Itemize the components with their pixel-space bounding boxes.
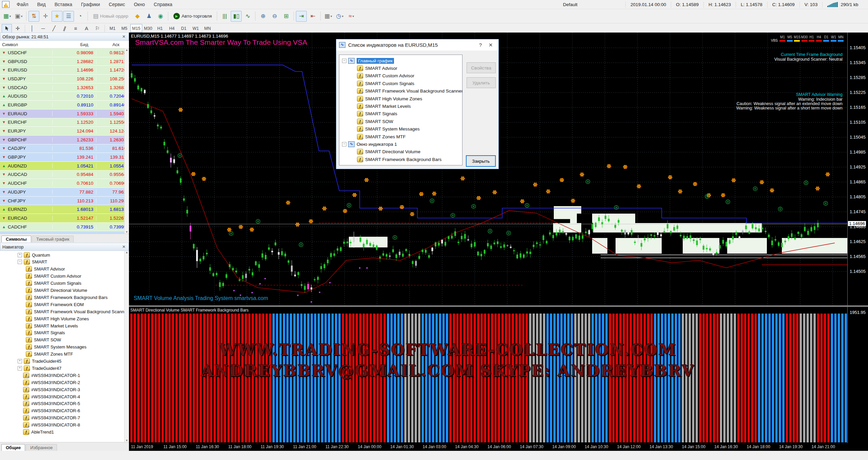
- market-watch-row-eurjpy[interactable]: ▼EURJPY124.094124.124: [0, 127, 129, 136]
- collapse-icon[interactable]: −: [18, 260, 22, 264]
- terminal-toggle-button[interactable]: ☰: [63, 11, 74, 22]
- navigator-item[interactable]: ƒSMART Market Levels: [26, 322, 124, 329]
- chart-candles-button[interactable]: ▮▯: [231, 11, 242, 22]
- horizontal-line-tool-button[interactable]: ─: [38, 24, 48, 33]
- expand-icon[interactable]: +: [18, 366, 22, 371]
- market-watch-row-gbpchf[interactable]: ▼GBPCHF1.262331.26303: [0, 136, 129, 144]
- market-watch-row-chfjpy[interactable]: ▼CHFJPY110.213110.293: [0, 197, 129, 205]
- dialog-indicator-row[interactable]: ƒSMART Framework Visual Background Scann…: [357, 87, 463, 95]
- menu-charts[interactable]: Графики: [77, 1, 105, 8]
- close-button[interactable]: Закрыть: [466, 155, 496, 167]
- market-watch-row-cadjpy[interactable]: ▼CADJPY81.53681.616: [0, 144, 129, 153]
- status-profile[interactable]: Default: [558, 2, 625, 8]
- market-watch-row-usdjpy[interactable]: ▼USDJPY108.226108.256: [0, 75, 129, 83]
- scroll-up-icon[interactable]: ▲: [126, 48, 128, 52]
- navigator-item[interactable]: ƒSMART Zones MTF: [26, 351, 124, 358]
- tab-common[interactable]: Общие: [1, 444, 25, 451]
- navigator-item[interactable]: ƒ#WSS943!INDICATOR-3: [18, 386, 124, 393]
- market-watch-row-eurchf[interactable]: ▼EURCHF1.125201.12550: [0, 118, 129, 127]
- dialog-indicator-row[interactable]: ƒSMART Market Levels: [357, 102, 411, 110]
- dialog-indicator-row[interactable]: ƒSMART Custom Signals: [357, 80, 414, 87]
- navigator-item[interactable]: ƒSMART System Messages: [26, 344, 124, 351]
- menu-insert[interactable]: Вставка: [50, 1, 77, 8]
- dialog-close-icon[interactable]: ✕: [486, 42, 496, 48]
- time-axis[interactable]: 11 Jan 201911 Jan 15:0011 Jan 16:3011 Ja…: [129, 443, 868, 451]
- timeframe-m5-button[interactable]: M5: [118, 24, 130, 33]
- periods-button[interactable]: ◷▾: [334, 11, 345, 22]
- market-watch-row-nzdjpy[interactable]: ▼NZDJPY73.81673.896: [0, 231, 129, 234]
- market-watch-toggle-button[interactable]: ⇅: [29, 11, 39, 22]
- market-watch-scrollbar[interactable]: ▲▼: [124, 48, 129, 234]
- menu-file[interactable]: Файл: [12, 1, 33, 8]
- chart-shift-button[interactable]: ⇤: [307, 11, 318, 22]
- trendline-tool-button[interactable]: ╱: [49, 24, 59, 33]
- zoom-in-button[interactable]: ⊕: [258, 11, 268, 22]
- navigator-item[interactable]: ƒSMART Directional Volume: [26, 287, 124, 294]
- navigator-item[interactable]: ƒSMART Custom Signals: [26, 280, 124, 287]
- dialog-indicator-row[interactable]: ƒSMART Advisor: [357, 64, 397, 72]
- navigator-item[interactable]: ƒ#WSS943!INDICATOR-8: [18, 422, 124, 428]
- dialog-indicator-row[interactable]: ƒSMART Framework Background Bars: [357, 156, 441, 163]
- market-watch-row-audcad[interactable]: ▼AUDCAD0.954840.95564: [0, 171, 129, 179]
- navigator-item[interactable]: ƒ#WSS943!INDICATOR-2: [18, 379, 124, 386]
- navigator-item[interactable]: +ƒTradeGuider47: [18, 365, 124, 372]
- market-watch-row-eurcad[interactable]: ▼EURCAD1.521471.52267: [0, 214, 129, 223]
- market-watch-row-euraud[interactable]: ▼EURAUD1.593331.59403: [0, 109, 129, 118]
- dialog-indicator-row[interactable]: ƒSMART Directional Volume: [357, 148, 420, 156]
- market-watch-row-eurusd[interactable]: ▼EURUSD1.146961.14726: [0, 66, 129, 75]
- timeframe-m1-button[interactable]: M1: [107, 24, 118, 33]
- scroll-down-icon[interactable]: ▼: [126, 439, 128, 442]
- column-header-ask[interactable]: Аск: [91, 42, 121, 47]
- navigator-item[interactable]: −ƒSMART: [18, 259, 124, 265]
- indicator-window[interactable]: SMART Directional Volume SMART Framework…: [129, 307, 847, 443]
- strategy-tester-button[interactable]: ◔: [75, 11, 86, 22]
- tab-symbols[interactable]: Символы: [1, 236, 31, 242]
- metaeditor-button[interactable]: ◆: [132, 11, 143, 22]
- navigator-item[interactable]: ƒ#WSS943!INDICATOR-4: [18, 393, 124, 400]
- navigator-scrollbar[interactable]: ▲▼: [124, 251, 129, 442]
- arrows-tool-button[interactable]: ⚐: [92, 24, 102, 33]
- cursor-tool-button[interactable]: [2, 24, 12, 33]
- navigator-item[interactable]: ƒ#WSS943!INDICATOR-6: [18, 407, 124, 414]
- navigator-item[interactable]: ƒSMART SOW: [26, 337, 124, 343]
- equidistant-channel-tool-button[interactable]: ∥: [60, 24, 70, 33]
- timeframe-d1-button[interactable]: D1: [178, 24, 190, 33]
- timeframe-w1-button[interactable]: W1: [190, 24, 202, 33]
- tile-windows-button[interactable]: ⊞: [281, 11, 291, 22]
- vertical-line-tool-button[interactable]: │: [27, 24, 37, 33]
- indicators-button[interactable]: ≈▾: [346, 11, 357, 22]
- market-watch-row-audusd[interactable]: ▲AUDUSD0.720100.72040: [0, 92, 129, 101]
- delete-button[interactable]: Удалить: [467, 77, 496, 88]
- new-chart-button[interactable]: ▦▾: [2, 11, 13, 22]
- dialog-indicator-row[interactable]: ƒSMART Signals: [357, 110, 397, 118]
- auto-scroll-button[interactable]: ⇥: [296, 11, 307, 22]
- navigator-item[interactable]: +ƒTradeGuider45: [18, 358, 124, 365]
- text-tool-button[interactable]: A: [81, 24, 92, 33]
- market-watch-row-audnzd[interactable]: ▲AUDNZD1.054211.05541: [0, 162, 129, 171]
- navigator-item[interactable]: +ƒQuantum: [18, 252, 124, 258]
- column-header-bid[interactable]: Бид: [50, 42, 91, 47]
- navigator-item[interactable]: ƒSMART Framework Visual Background Scann…: [26, 308, 124, 315]
- fibonacci-tool-button[interactable]: ≡: [71, 24, 81, 33]
- dialog-group-row[interactable]: −∿Окно индикатора 1: [342, 140, 397, 148]
- navigator-item[interactable]: ƒ#WSS943!INDICATOR-5: [18, 400, 124, 407]
- crosshair-tool-button[interactable]: ✛: [13, 24, 23, 33]
- templates-button[interactable]: ▦▾: [323, 11, 334, 22]
- signals-button[interactable]: ◉: [155, 11, 166, 22]
- profiles-button[interactable]: ▣▾: [13, 11, 24, 22]
- navigator-item[interactable]: ƒAbleTrend1: [18, 429, 124, 436]
- market-watch-row-eurnzd[interactable]: ▲EURNZD1.680131.68133: [0, 205, 129, 214]
- dialog-help-button[interactable]: ?: [475, 42, 486, 48]
- menu-service[interactable]: Сервис: [104, 1, 129, 8]
- zoom-out-button[interactable]: ⊖: [269, 11, 280, 22]
- experts-button[interactable]: ♟: [144, 11, 154, 22]
- market-watch-row-cadchf[interactable]: ▲CADCHF0.739150.73995: [0, 223, 129, 232]
- dialog-indicator-row[interactable]: ƒSMART System Messages: [357, 125, 420, 133]
- column-header-symbol[interactable]: Символ: [0, 42, 50, 47]
- scroll-up-icon[interactable]: ▲: [126, 251, 128, 254]
- dialog-title-bar[interactable]: ∿ Список индикаторов на EURUSD,M15 ? ✕: [336, 39, 498, 51]
- navigator-toggle-button[interactable]: ★: [52, 11, 62, 22]
- navigator-close-icon[interactable]: ✕: [121, 244, 127, 249]
- new-order-button[interactable]: ▤Новый ордер: [90, 11, 131, 22]
- autotrade-button[interactable]: ▶Авто-торговля: [170, 11, 215, 22]
